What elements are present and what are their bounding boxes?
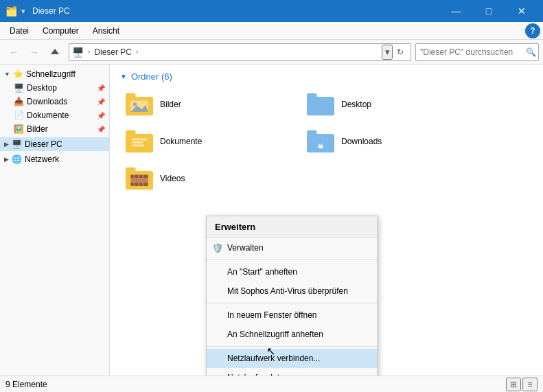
context-menu-header: Erweitern	[207, 216, 377, 238]
dokumente-folder-label: Dokumente	[160, 137, 202, 146]
content-area: ▼ Ordner (6) Bilder	[110, 65, 543, 376]
sidebar-desktop-label: Desktop	[27, 83, 57, 93]
netzwerk-icon: 🌐	[12, 154, 22, 164]
menu-bar: Datei Computer Ansicht ?	[0, 22, 543, 40]
context-menu-schnellzugriff-label: An Schnellzugriff anheften	[227, 330, 323, 339]
context-menu-netzlaufwerk-trennen-label: Netzlaufwerk trennen...	[227, 373, 312, 376]
title-label: Dieser PC	[32, 6, 70, 16]
context-menu-verwalten[interactable]: 🛡️ Verwalten	[207, 238, 377, 257]
folder-item-downloads[interactable]: Downloads	[301, 126, 477, 157]
dokumente-folder-icon: 📄	[14, 111, 24, 120]
folder-item-bilder[interactable]: Bilder	[120, 89, 296, 120]
sidebar-section-dieser-pc: ▶ 🖥️ Dieser PC	[0, 137, 109, 151]
main-area: ▼ ⭐ Schnellzugriff 🖥️ Desktop 📌 📥 Downlo…	[0, 65, 543, 376]
address-dropdown-button[interactable]: ▾	[382, 45, 393, 60]
minimize-button[interactable]: —	[440, 0, 472, 22]
context-menu-sophos[interactable]: Mit Sophos Anti-Virus überprüfen	[207, 281, 377, 301]
refresh-button[interactable]: ↻	[393, 45, 408, 60]
grid-view-button[interactable]: ⊞	[506, 378, 521, 391]
svg-rect-11	[132, 141, 143, 143]
sidebar-dieser-pc-label: Dieser PC	[25, 139, 62, 149]
context-menu-netzlaufwerk-verbinden[interactable]: Netzlaufwerk verbinden...	[207, 349, 377, 368]
separator-1	[207, 260, 377, 260]
window-icon: 🗂️	[5, 5, 17, 16]
toolbar: ← → 🖥️ › Dieser PC › ▾ ↻ 🔍	[0, 40, 543, 65]
chevron-down-icon: ▼	[4, 71, 10, 78]
svg-rect-24	[143, 175, 148, 178]
folders-grid: Bilder Desktop D	[120, 89, 477, 194]
chevron-right-icon-2: ▶	[4, 156, 9, 163]
section-title-label: Ordner (6)	[131, 71, 172, 82]
sidebar-dokumente-label: Dokumente	[27, 111, 69, 120]
context-menu-neues-fenster[interactable]: In neuem Fenster öffnen	[207, 305, 377, 325]
context-menu-netzlaufwerk-verbinden-label: Netzlaufwerk verbinden...	[227, 354, 320, 363]
context-menu-schnellzugriff-anheften[interactable]: An Schnellzugriff anheften	[207, 325, 377, 344]
sidebar-downloads-label: Downloads	[27, 97, 67, 106]
view-controls: ⊞ ≡	[506, 378, 538, 391]
folder-item-videos[interactable]: Videos	[120, 163, 296, 194]
svg-rect-13	[307, 134, 334, 152]
sidebar-item-netzwerk[interactable]: ▶ 🌐 Netzwerk	[0, 152, 109, 166]
context-menu: Erweitern 🛡️ Verwalten An "Start" anheft…	[206, 216, 378, 376]
sidebar-schnellzugriff-header[interactable]: ▼ ⭐ Schnellzugriff	[0, 67, 109, 81]
downloads-folder-svg	[307, 130, 334, 153]
context-menu-start-anheften-label: An "Start" anheften	[227, 267, 297, 277]
sidebar-item-bilder[interactable]: 🖼️ Bilder 📌	[0, 122, 109, 136]
up-button[interactable]	[45, 43, 65, 62]
list-view-button[interactable]: ≡	[522, 378, 538, 391]
dieser-pc-icon: 🖥️	[12, 139, 22, 149]
svg-rect-28	[143, 183, 148, 186]
path-arrow: ›	[88, 48, 90, 56]
close-button[interactable]: ✕	[506, 0, 538, 22]
folder-item-desktop[interactable]: Desktop	[301, 89, 477, 120]
path-arrow-2: ›	[136, 48, 138, 56]
folder-item-dokumente[interactable]: Dokumente	[120, 126, 296, 157]
menu-ansicht[interactable]: Ansicht	[86, 25, 126, 37]
svg-rect-7	[307, 93, 317, 99]
svg-rect-21	[130, 175, 134, 178]
item-count-label: 9 Elemente	[5, 380, 47, 389]
star-icon: ⭐	[13, 69, 23, 79]
svg-marker-0	[51, 49, 59, 54]
quick-access-icon: ▾	[21, 7, 25, 16]
sidebar-item-downloads[interactable]: 📥 Downloads 📌	[0, 95, 109, 108]
sidebar-item-dieser-pc[interactable]: ▶ 🖥️ Dieser PC	[0, 137, 109, 151]
up-icon	[50, 47, 60, 57]
pin-icon-4: 📌	[97, 126, 105, 133]
menu-computer[interactable]: Computer	[36, 25, 86, 37]
context-menu-neues-fenster-label: In neuem Fenster öffnen	[227, 310, 317, 320]
search-button[interactable]: 🔍	[526, 47, 536, 57]
section-title: ▼ Ordner (6)	[120, 71, 533, 82]
forward-button[interactable]: →	[25, 43, 44, 62]
svg-point-4	[133, 102, 137, 106]
maximize-button[interactable]: □	[473, 0, 505, 22]
svg-rect-25	[130, 183, 134, 186]
svg-rect-2	[126, 93, 136, 99]
svg-rect-17	[317, 147, 323, 148]
address-bar[interactable]: 🖥️ › Dieser PC › ▾ ↻	[69, 43, 411, 61]
sidebar-item-dokumente[interactable]: 📄 Dokumente 📌	[0, 108, 109, 122]
menu-datei[interactable]: Datei	[3, 25, 36, 37]
sidebar: ▼ ⭐ Schnellzugriff 🖥️ Desktop 📌 📥 Downlo…	[0, 65, 110, 376]
context-menu-start-anheften[interactable]: An "Start" anheften	[207, 262, 377, 281]
downloads-folder-label: Downloads	[341, 137, 382, 146]
status-bar: 9 Elemente ⊞ ≡	[0, 376, 543, 392]
sidebar-bilder-label: Bilder	[27, 124, 48, 134]
svg-rect-12	[132, 145, 144, 147]
search-container: 🔍	[415, 43, 539, 61]
svg-rect-22	[135, 175, 139, 178]
sidebar-section-schnellzugriff: ▼ ⭐ Schnellzugriff 🖥️ Desktop 📌 📥 Downlo…	[0, 67, 109, 136]
svg-rect-27	[139, 183, 143, 186]
sidebar-item-desktop[interactable]: 🖥️ Desktop 📌	[0, 81, 109, 95]
search-input[interactable]	[415, 43, 539, 61]
pc-icon: 🖥️	[72, 47, 84, 58]
separator-2	[207, 303, 377, 303]
bilder-folder-label: Bilder	[160, 100, 181, 109]
desktop-folder-label: Desktop	[341, 100, 371, 109]
pin-icon-3: 📌	[97, 112, 105, 119]
back-button[interactable]: ←	[4, 43, 23, 62]
context-menu-netzlaufwerk-trennen[interactable]: Netzlaufwerk trennen...	[207, 368, 377, 376]
help-button[interactable]: ?	[525, 23, 540, 38]
chevron-right-icon: ▶	[4, 141, 9, 148]
sidebar-schnellzugriff-label: Schnellzugriff	[26, 69, 76, 79]
